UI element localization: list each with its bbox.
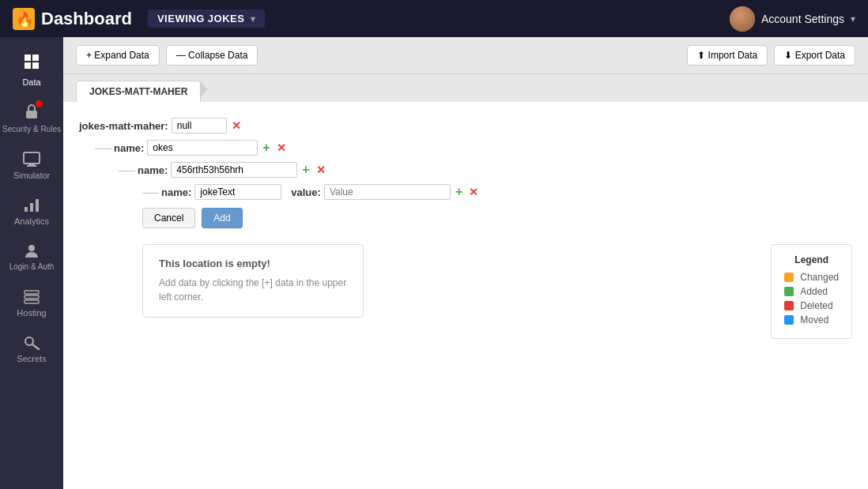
legend-added: Added bbox=[784, 286, 839, 297]
level2-remove-button[interactable]: ✕ bbox=[315, 164, 327, 176]
tab-label: JOKES-MATT-MAHER bbox=[89, 86, 187, 97]
level1-add-button[interactable]: + bbox=[261, 141, 271, 155]
account-chevron-icon: ▾ bbox=[851, 13, 855, 24]
tree-connector-2: —— bbox=[119, 165, 134, 175]
add-button[interactable]: Add bbox=[202, 208, 242, 228]
level3-value-input[interactable] bbox=[324, 184, 451, 200]
sidebar-item-hosting[interactable]: Hosting bbox=[0, 280, 63, 325]
svg-rect-12 bbox=[36, 199, 39, 212]
svg-rect-7 bbox=[24, 152, 40, 164]
sidebar-item-security-label: Security & Rules bbox=[2, 125, 61, 134]
svg-rect-2 bbox=[25, 55, 31, 61]
legend: Legend Changed Added Deleted Moved bbox=[771, 244, 852, 339]
level3-name-input[interactable] bbox=[194, 184, 281, 200]
sidebar-item-simulator-label: Simulator bbox=[13, 171, 50, 180]
sidebar-item-security[interactable]: Security & Rules bbox=[0, 95, 63, 142]
legend-deleted-color bbox=[784, 301, 794, 310]
tab-jokes-matt-maher[interactable]: JOKES-MATT-MAHER bbox=[76, 81, 201, 102]
level2-add-button[interactable]: + bbox=[300, 163, 311, 177]
expand-data-button[interactable]: + Expand Data bbox=[76, 45, 160, 66]
data-icon bbox=[23, 53, 40, 74]
import-data-button[interactable]: ⬆ Import Data bbox=[687, 45, 768, 66]
level2-key-label: name: bbox=[138, 164, 168, 176]
logo-icon: 🔥 bbox=[13, 8, 35, 30]
sidebar-item-login[interactable]: Login & Auth bbox=[0, 234, 63, 280]
main-layout: Data Security & Rules Simulator bbox=[0, 37, 868, 489]
svg-rect-11 bbox=[30, 203, 33, 212]
security-badge bbox=[23, 103, 40, 122]
empty-box-title: This location is empty! bbox=[159, 258, 347, 269]
sidebar-item-simulator[interactable]: Simulator bbox=[0, 142, 63, 188]
tab-bar: JOKES-MATT-MAHER bbox=[63, 74, 868, 102]
header: 🔥 Dashboard VIEWING JOKES ▾ Account Sett… bbox=[0, 0, 868, 37]
toolbar-right: ⬆ Import Data ⬇ Export Data bbox=[687, 45, 855, 66]
legend-moved-label: Moved bbox=[800, 314, 828, 325]
legend-changed-color bbox=[784, 273, 794, 282]
analytics-icon bbox=[23, 196, 40, 213]
legend-moved: Moved bbox=[784, 314, 839, 325]
level1-value-input[interactable] bbox=[147, 140, 258, 156]
avatar-image bbox=[730, 6, 755, 32]
tree-connector-1: —— bbox=[95, 143, 111, 152]
legend-deleted-label: Deleted bbox=[800, 300, 832, 311]
legend-deleted: Deleted bbox=[784, 300, 839, 311]
collapse-data-button[interactable]: — Collapse Data bbox=[166, 45, 259, 66]
login-icon bbox=[23, 242, 40, 259]
data-panel: Legend Changed Added Deleted Moved bbox=[63, 102, 868, 489]
svg-rect-8 bbox=[28, 164, 35, 165]
svg-text:🔥: 🔥 bbox=[16, 11, 34, 28]
content-area: + Expand Data — Collapse Data ⬆ Import D… bbox=[63, 37, 868, 489]
logo: 🔥 Dashboard bbox=[13, 8, 148, 30]
svg-point-13 bbox=[28, 245, 35, 251]
level3-value-label: value: bbox=[291, 186, 321, 198]
svg-rect-3 bbox=[32, 55, 39, 61]
sidebar: Data Security & Rules Simulator bbox=[0, 37, 63, 489]
action-buttons: Cancel Add bbox=[142, 208, 852, 228]
sidebar-item-analytics[interactable]: Analytics bbox=[0, 188, 63, 234]
app-title: Dashboard bbox=[41, 9, 132, 29]
sidebar-item-data-label: Data bbox=[22, 77, 40, 87]
hosting-icon bbox=[23, 288, 40, 305]
legend-changed: Changed bbox=[784, 272, 839, 283]
sidebar-item-analytics-label: Analytics bbox=[14, 216, 49, 226]
level1-remove-button[interactable]: ✕ bbox=[275, 141, 288, 154]
avatar bbox=[730, 6, 755, 32]
cancel-button[interactable]: Cancel bbox=[142, 208, 195, 228]
sidebar-item-hosting-label: Hosting bbox=[17, 308, 46, 318]
legend-added-label: Added bbox=[800, 286, 828, 297]
legend-changed-label: Changed bbox=[800, 272, 839, 283]
level3-add-button[interactable]: + bbox=[454, 185, 464, 199]
svg-rect-6 bbox=[26, 111, 37, 118]
legend-title: Legend bbox=[784, 254, 839, 265]
data-tree: jokes-matt-maher: ✕ —— name: + ✕ —— name… bbox=[79, 118, 852, 318]
svg-rect-15 bbox=[25, 295, 39, 299]
sidebar-item-secrets-label: Secrets bbox=[17, 354, 46, 363]
svg-rect-16 bbox=[25, 300, 39, 303]
tree-level2-row: —— name: + ✕ bbox=[119, 162, 852, 178]
toolbar: + Expand Data — Collapse Data ⬆ Import D… bbox=[63, 37, 868, 74]
svg-rect-5 bbox=[32, 62, 39, 69]
security-alert-badge bbox=[36, 100, 43, 107]
secrets-icon bbox=[23, 333, 40, 351]
level2-value-input[interactable] bbox=[171, 162, 297, 178]
legend-added-color bbox=[784, 287, 794, 296]
svg-rect-14 bbox=[25, 291, 39, 294]
sidebar-item-data[interactable]: Data bbox=[0, 45, 63, 95]
sidebar-item-secrets[interactable]: Secrets bbox=[0, 325, 63, 371]
tab-arrow-icon bbox=[200, 81, 208, 97]
tree-connector-3: —— bbox=[142, 187, 158, 197]
export-data-button[interactable]: ⬇ Export Data bbox=[774, 45, 855, 66]
viewing-label: VIEWING JOKES bbox=[157, 13, 245, 24]
root-value-input[interactable] bbox=[172, 118, 227, 134]
svg-rect-10 bbox=[25, 207, 28, 212]
viewing-context[interactable]: VIEWING JOKES ▾ bbox=[148, 9, 266, 28]
level1-key-label: name: bbox=[114, 142, 144, 154]
simulator-icon bbox=[23, 150, 40, 167]
root-remove-button[interactable]: ✕ bbox=[230, 119, 243, 132]
header-right: Account Settings ▾ bbox=[730, 6, 855, 32]
empty-location-box: This location is empty! Add data by clic… bbox=[142, 244, 364, 318]
viewing-chevron-icon: ▾ bbox=[251, 13, 255, 24]
empty-box-text: Add data by clicking the [+] data in the… bbox=[159, 276, 347, 304]
level3-remove-button[interactable]: ✕ bbox=[467, 186, 480, 198]
account-settings-label[interactable]: Account Settings bbox=[761, 13, 844, 25]
